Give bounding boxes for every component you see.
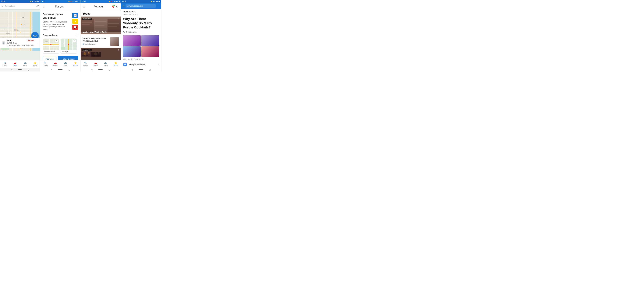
close-area-brooklyn[interactable]: ✕ xyxy=(73,40,76,43)
svg-rect-22 xyxy=(0,28,33,28)
panel2-title: For you xyxy=(47,5,72,8)
section-header: Suggested areas ⓘ xyxy=(43,34,78,37)
svg-point-106 xyxy=(84,53,85,53)
search-bar[interactable]: ☰ Search here 🎤 xyxy=(0,3,40,9)
svg-text:Brooklyn Bridge: Brooklyn Bridge xyxy=(2,29,6,29)
nav-explore-2[interactable]: 🔍 Explore xyxy=(40,60,50,68)
square-btn-3[interactable]: ▢ xyxy=(109,69,110,71)
back-btn-1[interactable]: ◁ xyxy=(11,69,12,71)
add-area-button[interactable]: Add area xyxy=(43,56,56,60)
svg-rect-62 xyxy=(43,46,59,46)
article-date: June 6, 2018 3:24 pm xyxy=(123,14,159,15)
more-btn-1[interactable]: ⋮ xyxy=(117,18,120,21)
follow-areas-button[interactable]: Follow 3 areas xyxy=(58,56,78,60)
suggested-areas-title: Suggested areas xyxy=(43,34,58,36)
hamburger-icon[interactable]: ☰ xyxy=(2,5,4,7)
foryou-icon-3: ⭐ xyxy=(114,62,117,64)
nav-foryou-2[interactable]: ⭐ For you xyxy=(70,60,80,68)
svg-point-47 xyxy=(21,24,22,25)
hamburger-icon-3[interactable]: ☰ xyxy=(83,6,85,8)
feed-card-3[interactable]: MANHATTAN ⋮ xyxy=(81,48,121,60)
status-bar-4: 10:19 🔔 ▲▲ WiFi ▐ xyxy=(121,0,161,3)
area-cards: Midtown ✕ Theater District xyxy=(43,39,78,54)
back-btn-3[interactable]: ◁ xyxy=(91,69,92,71)
bookmark-badge[interactable]: 🔖 23 xyxy=(112,5,114,8)
home-bar-3: ◁ ▢ xyxy=(81,68,121,72)
status-bar-2: 10:17 🔔 📌 ▲▲ WiFi ▐ xyxy=(40,0,80,3)
view-map-bar[interactable]: View places on map › xyxy=(121,61,161,68)
home-indicator-2[interactable] xyxy=(58,69,62,70)
svg-text:g: g xyxy=(4,50,4,51)
svg-point-109 xyxy=(98,53,99,53)
nav-transit-1[interactable]: 🚌 Transit xyxy=(20,60,30,68)
nav-driving-2[interactable]: 🚗 Driving xyxy=(50,60,60,68)
svg-text:G: G xyxy=(1,50,2,51)
time-4: 10:19 xyxy=(122,1,126,3)
nav-driving-1[interactable]: 🚗 Driving xyxy=(10,60,20,68)
nav-transit-2[interactable]: 🚌 Transit xyxy=(60,60,70,68)
area-card-theater[interactable]: Midtown ✕ Theater District xyxy=(43,39,59,54)
area-map-theater: Midtown ✕ xyxy=(43,39,59,50)
star-icon-box: ★ xyxy=(72,19,78,24)
more-btn-2[interactable]: ⋮ xyxy=(117,49,120,52)
bottom-nav-3: 🔍 Explore 🚗 Driving 🚌 Transit ⭐ For you xyxy=(81,60,121,68)
explore-label-2: Explore xyxy=(43,65,48,66)
status-icons-4: 🔔 ▲▲ WiFi ▐ xyxy=(151,1,160,2)
hamburger-icon-2[interactable]: ☰ xyxy=(43,6,45,8)
svg-text:Park: Park xyxy=(2,30,4,30)
article-title: Why Are There Suddenly So Many Purple Co… xyxy=(123,17,159,30)
square-btn-4[interactable]: ▢ xyxy=(149,69,151,71)
badge-count: 23 xyxy=(112,5,115,6)
panel2-content: Discover places you'll love Get recommen… xyxy=(40,11,80,60)
svg-text:Brooklyn Bridge: Brooklyn Bridge xyxy=(14,30,18,31)
article-img-2 xyxy=(141,35,159,46)
nav-driving-3[interactable]: 🚗 Driving xyxy=(91,60,101,68)
map-container[interactable]: BROOKLYN HEIGHTS DUMBO Brooklyn Bridge P… xyxy=(0,3,40,60)
square-btn-2[interactable]: ▢ xyxy=(68,69,70,71)
home-btn-1[interactable] xyxy=(18,69,22,70)
chat-icon-box: 💬 xyxy=(72,25,78,30)
gear-icon[interactable]: ⚙ xyxy=(116,5,118,8)
browser-more-icon[interactable]: ⋮ xyxy=(157,4,160,8)
svg-text:Midtown: Midtown xyxy=(46,41,48,42)
svg-text:Kings Col: Kings Col xyxy=(23,25,25,25)
via-text: via FDR Drive xyxy=(6,42,34,44)
home-indicator-4[interactable] xyxy=(138,69,143,70)
home-indicator-3[interactable] xyxy=(98,69,103,70)
square-btn-1[interactable]: ▢ xyxy=(28,69,29,71)
panel-maps: 10:16 🔔 ▲▲ WiFi ▐ xyxy=(0,0,40,72)
nav-explore-3[interactable]: 🔍 Explore xyxy=(81,60,91,68)
svg-rect-111 xyxy=(86,55,88,56)
browser-url[interactable]: www.grubstreet.com xyxy=(126,4,156,8)
back-btn-2[interactable]: ◁ xyxy=(51,69,52,71)
nav-explore-1[interactable]: 🔍 Explore xyxy=(0,60,10,68)
driving-icon-2: 🚗 xyxy=(54,62,57,64)
close-area-theater[interactable]: ✕ xyxy=(55,40,58,43)
back-btn-4[interactable]: ◁ xyxy=(131,69,133,71)
transit-label-2: Transit xyxy=(64,65,68,66)
foryou-icon-2: ⭐ xyxy=(74,62,77,64)
svg-rect-80 xyxy=(61,47,65,50)
map-svg: BROOKLYN HEIGHTS DUMBO Brooklyn Bridge P… xyxy=(0,3,40,60)
search-input[interactable]: Search here xyxy=(4,5,35,7)
feed-card-2[interactable]: Here's Where to Watch the World Cup in N… xyxy=(81,36,121,48)
chevron-right-icon[interactable]: › xyxy=(38,42,38,44)
maps-logo-icon xyxy=(123,62,127,67)
explore-icon-2: 🔍 xyxy=(44,62,47,64)
panel3-title: For you xyxy=(88,5,109,8)
nav-foryou-3[interactable]: ⭐ For you xyxy=(111,60,121,68)
svg-text:BROOKLYN: BROOKLYN xyxy=(6,32,11,33)
browser-close-icon[interactable]: ✕ xyxy=(122,5,124,8)
feed-card-1[interactable]: MANHATTAN ⋮ New list from Tasting Table xyxy=(81,17,121,35)
explore-icon-3: 🔍 xyxy=(84,62,87,64)
feed-card-source-2: ⊟ tastingtable.com xyxy=(83,43,108,45)
nav-transit-3[interactable]: 🚌 Transit xyxy=(101,60,110,68)
svg-point-115 xyxy=(125,64,126,65)
bottom-nav-2: 🔍 Explore 🚗 Driving 🚌 Transit ⭐ For you xyxy=(40,60,80,68)
mic-icon[interactable]: 🎤 xyxy=(36,5,39,7)
chevron-right-icon-4: › xyxy=(158,63,159,66)
area-card-brooklyn[interactable]: Brooklyn ✕ Brooklyn xyxy=(60,39,77,54)
nav-foryou-1[interactable]: ⭐ For you xyxy=(30,60,40,68)
info-icon[interactable]: ⓘ xyxy=(76,34,78,37)
svg-point-103 xyxy=(88,52,90,54)
